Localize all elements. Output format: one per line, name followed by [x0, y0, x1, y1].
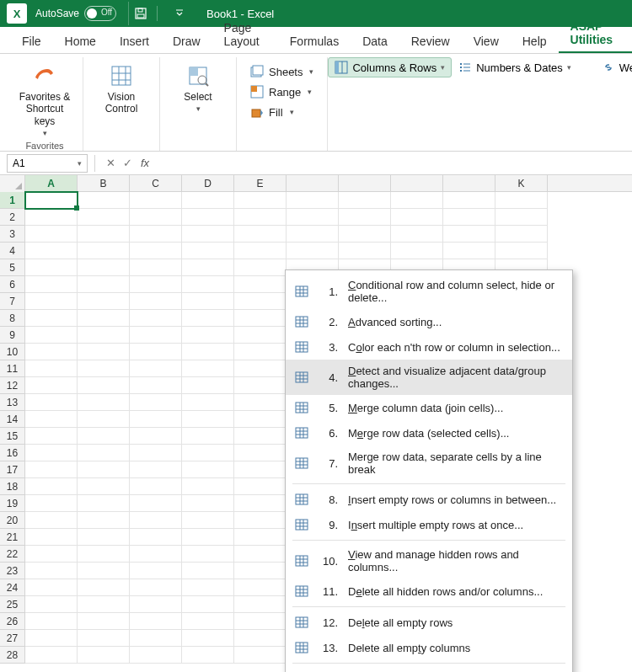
cell[interactable] [391, 243, 443, 259]
save-icon[interactable] [128, 2, 152, 25]
cell[interactable] [182, 613, 234, 630]
cell[interactable] [78, 377, 130, 394]
cell[interactable] [78, 327, 130, 344]
column-header[interactable]: A [25, 175, 78, 191]
cell[interactable] [234, 546, 287, 563]
row-header[interactable]: 4 [0, 243, 25, 259]
row-header[interactable]: 6 [0, 276, 25, 293]
cell[interactable] [182, 360, 234, 377]
cell[interactable] [25, 293, 78, 310]
menu-item[interactable]: 9.Insert multiple empty rows at once... [286, 512, 572, 537]
tab-page-layout[interactable]: Page Layout [212, 16, 278, 53]
row-header[interactable]: 11 [0, 360, 25, 377]
cell[interactable] [234, 478, 287, 495]
cell[interactable] [78, 209, 130, 226]
cell[interactable] [182, 327, 234, 344]
cell[interactable] [495, 192, 548, 209]
cell[interactable] [234, 647, 287, 664]
cell[interactable] [182, 512, 234, 529]
cell[interactable] [78, 243, 130, 259]
cell[interactable] [78, 411, 130, 428]
column-header[interactable]: E [234, 175, 287, 191]
cell[interactable] [130, 579, 182, 596]
tab-home[interactable]: Home [53, 29, 108, 53]
cell[interactable] [287, 226, 339, 243]
cell[interactable] [234, 461, 287, 478]
cell[interactable] [182, 209, 234, 226]
autosave-toggle[interactable]: AutoSave Off [35, 6, 116, 21]
name-box[interactable]: A1 ▾ [7, 154, 88, 173]
cell[interactable] [234, 344, 287, 360]
cell[interactable] [25, 259, 78, 276]
row-header[interactable]: 22 [0, 546, 25, 563]
cancel-icon[interactable]: ✕ [102, 157, 119, 169]
cell[interactable] [78, 630, 130, 647]
cell[interactable] [78, 495, 130, 512]
favorites-button[interactable]: Favorites & Shortcut keys ▾ [15, 59, 74, 141]
menu-item[interactable]: 4.Detect and visualize adjacent data/gro… [286, 360, 572, 395]
tab-view[interactable]: View [462, 29, 511, 53]
cell[interactable] [234, 411, 287, 428]
menu-item[interactable]: 6.Merge row data (selected cells)... [286, 420, 572, 445]
cell[interactable] [234, 243, 287, 259]
column-header[interactable]: D [182, 175, 234, 191]
cell[interactable] [443, 243, 495, 259]
cell[interactable] [130, 529, 182, 546]
cell[interactable] [182, 411, 234, 428]
cell[interactable] [234, 563, 287, 579]
cell[interactable] [130, 546, 182, 563]
web-button[interactable]: Web▾ [595, 57, 632, 77]
cell[interactable] [25, 478, 78, 495]
cell[interactable] [25, 192, 78, 209]
cell[interactable] [182, 630, 234, 647]
cell[interactable] [182, 478, 234, 495]
cell[interactable] [130, 243, 182, 259]
cell[interactable] [78, 613, 130, 630]
cell[interactable] [25, 495, 78, 512]
cell[interactable] [130, 377, 182, 394]
cell[interactable] [287, 192, 339, 209]
tab-help[interactable]: Help [511, 29, 559, 53]
formula-input[interactable] [154, 154, 632, 173]
row-header[interactable]: 17 [0, 461, 25, 478]
cell[interactable] [25, 546, 78, 563]
row-header[interactable]: 16 [0, 445, 25, 461]
cell[interactable] [182, 546, 234, 563]
cell[interactable] [182, 293, 234, 310]
cell[interactable] [130, 647, 182, 664]
menu-item[interactable]: 2.Advanced sorting... [286, 309, 572, 334]
cell[interactable] [182, 243, 234, 259]
cell[interactable] [495, 226, 548, 243]
cell[interactable] [25, 209, 78, 226]
cell[interactable] [25, 563, 78, 579]
cell[interactable] [25, 411, 78, 428]
cell[interactable] [182, 276, 234, 293]
cell[interactable] [339, 209, 391, 226]
column-header[interactable] [339, 175, 391, 191]
cell[interactable] [339, 226, 391, 243]
cell[interactable] [182, 310, 234, 327]
cell[interactable] [182, 428, 234, 445]
cell[interactable] [182, 394, 234, 411]
cell[interactable] [234, 529, 287, 546]
menu-item[interactable]: 10.View and manage hidden rows and colum… [286, 543, 572, 579]
menu-item[interactable]: 8.Insert empty rows or columns in betwee… [286, 487, 572, 512]
cell[interactable] [130, 344, 182, 360]
cell[interactable] [130, 209, 182, 226]
cell[interactable] [78, 563, 130, 579]
cell[interactable] [25, 529, 78, 546]
cell[interactable] [234, 512, 287, 529]
cell[interactable] [391, 226, 443, 243]
cell[interactable] [130, 226, 182, 243]
cell[interactable] [25, 243, 78, 259]
tab-asap-utilities[interactable]: ASAP Utilities [559, 14, 632, 53]
cell[interactable] [495, 243, 548, 259]
cell[interactable] [287, 243, 339, 259]
cell[interactable] [25, 647, 78, 664]
columns-rows-button[interactable]: Columns & Rows▾ [328, 57, 452, 77]
fill-button[interactable]: Fill▾ [245, 103, 319, 121]
column-header[interactable] [443, 175, 495, 191]
cell[interactable] [234, 327, 287, 344]
row-header[interactable]: 14 [0, 411, 25, 428]
cell[interactable] [234, 360, 287, 377]
